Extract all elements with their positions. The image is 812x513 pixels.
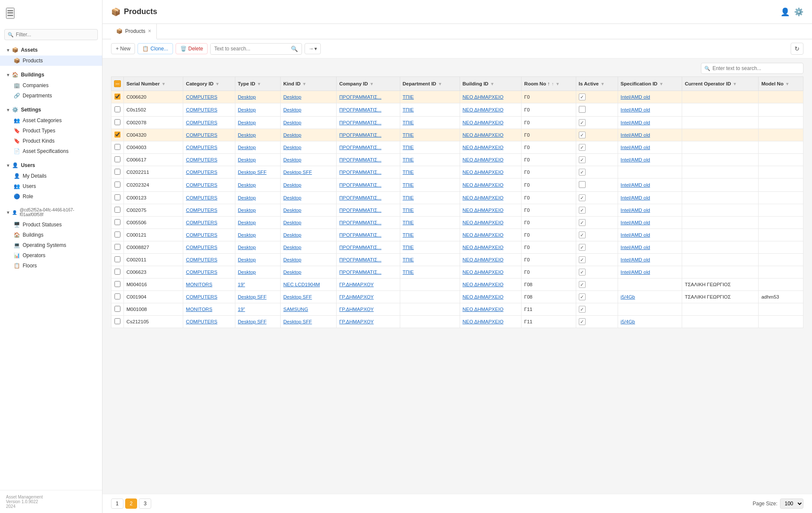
company-filter-icon[interactable]: ▼ bbox=[369, 82, 374, 86]
row-checkbox[interactable] bbox=[114, 293, 120, 299]
row-select-cell[interactable] bbox=[111, 303, 124, 316]
row-select-cell[interactable] bbox=[111, 217, 124, 229]
th-department-id[interactable]: Department ID ▼ bbox=[400, 77, 460, 91]
th-model-no[interactable]: Model No ▼ bbox=[759, 77, 803, 91]
row-checkbox[interactable] bbox=[114, 269, 120, 275]
spec-filter-icon[interactable]: ▼ bbox=[659, 82, 663, 86]
row-checkbox[interactable] bbox=[114, 106, 120, 112]
nav-group-users[interactable]: ▼ 👤 Users bbox=[0, 160, 102, 171]
nav-group-assets[interactable]: ▼ 📦 Assets bbox=[0, 44, 102, 56]
row-checkbox[interactable] bbox=[114, 207, 120, 213]
row-select-cell[interactable] bbox=[111, 192, 124, 204]
hamburger-menu[interactable]: ☰ bbox=[6, 8, 15, 19]
delete-button[interactable]: 🗑️ Delete bbox=[176, 43, 208, 54]
row-checkbox[interactable] bbox=[114, 169, 120, 175]
row-select-cell[interactable] bbox=[111, 129, 124, 141]
row-select-cell[interactable] bbox=[111, 316, 124, 328]
th-is-active[interactable]: Is Active ▼ bbox=[576, 77, 618, 91]
refresh-button[interactable]: ↻ bbox=[791, 43, 803, 55]
model-filter-icon[interactable]: ▼ bbox=[785, 82, 789, 86]
nav-group-buildings[interactable]: ▼ 🏠 Buildings bbox=[0, 69, 102, 80]
settings-button[interactable]: ⚙️ bbox=[794, 7, 803, 17]
th-serial-number[interactable]: Serial Number ▼ bbox=[124, 77, 183, 91]
sidebar-item-operating-systems[interactable]: 💻 Operating Systems bbox=[0, 240, 102, 250]
row-select-cell[interactable] bbox=[111, 291, 124, 303]
table-search-input[interactable] bbox=[701, 63, 803, 74]
row-select-cell[interactable] bbox=[111, 91, 124, 103]
row-checkbox[interactable] bbox=[114, 256, 120, 262]
active-filter-icon[interactable]: ▼ bbox=[601, 82, 605, 86]
sidebar-item-buildings[interactable]: 🏠 Buildings bbox=[0, 230, 102, 240]
row-select-cell[interactable] bbox=[111, 141, 124, 154]
row-select-cell[interactable] bbox=[111, 154, 124, 166]
room-filter-icon[interactable]: ▼ bbox=[555, 82, 560, 86]
sidebar-filter-input[interactable] bbox=[4, 29, 98, 40]
row-checkbox[interactable] bbox=[114, 306, 120, 312]
sidebar-item-floors[interactable]: 📋 Floors bbox=[0, 261, 102, 271]
row-checkbox[interactable] bbox=[114, 132, 120, 138]
sidebar-item-product-kinds[interactable]: 🔖 Product Kinds bbox=[0, 136, 102, 146]
category-filter-icon[interactable]: ▼ bbox=[215, 82, 220, 86]
page-2-button[interactable]: 2 bbox=[125, 498, 138, 509]
th-specification-id[interactable]: Specification ID ▼ bbox=[618, 77, 682, 91]
sidebar-item-products[interactable]: 📦 Products bbox=[0, 56, 102, 66]
nav-group-settings[interactable]: ▼ ⚙️ Settings bbox=[0, 104, 102, 115]
sidebar-item-product-statuses[interactable]: 🖥️ Product Statuses bbox=[0, 220, 102, 230]
row-select-cell[interactable] bbox=[111, 117, 124, 129]
row-checkbox[interactable] bbox=[114, 232, 120, 237]
row-select-cell[interactable] bbox=[111, 229, 124, 241]
row-select-cell[interactable] bbox=[111, 179, 124, 192]
row-select-cell[interactable] bbox=[111, 166, 124, 179]
sidebar-item-product-types[interactable]: 🔖 Product Types bbox=[0, 126, 102, 136]
th-building-id[interactable]: Building ID ▼ bbox=[460, 77, 522, 91]
select-all-header[interactable] bbox=[111, 77, 124, 91]
tab-close-button[interactable]: ✕ bbox=[148, 29, 151, 33]
row-checkbox[interactable] bbox=[114, 144, 120, 150]
th-type-id[interactable]: Type ID ▼ bbox=[235, 77, 280, 91]
sidebar-item-role[interactable]: 🔵 Role bbox=[0, 191, 102, 202]
row-select-cell[interactable] bbox=[111, 266, 124, 278]
row-select-cell[interactable] bbox=[111, 278, 124, 291]
row-checkbox[interactable] bbox=[114, 244, 120, 250]
row-select-cell[interactable] bbox=[111, 204, 124, 217]
type-filter-icon[interactable]: ▼ bbox=[257, 82, 261, 86]
clone-button[interactable]: 📋 Clone... bbox=[138, 43, 173, 54]
row-checkbox[interactable] bbox=[114, 194, 120, 200]
th-room-no[interactable]: Room No ↑ ↑ ▼ bbox=[522, 77, 576, 91]
th-current-operator-id[interactable]: Current Operator ID ▼ bbox=[682, 77, 759, 91]
kind-filter-icon[interactable]: ▼ bbox=[302, 82, 306, 86]
user-profile-button[interactable]: 👤 bbox=[780, 7, 790, 17]
row-select-cell[interactable] bbox=[111, 103, 124, 117]
page-3-button[interactable]: 3 bbox=[139, 498, 151, 509]
row-checkbox[interactable] bbox=[114, 318, 120, 324]
sidebar-item-asset-categories[interactable]: 👥 Asset Categories bbox=[0, 115, 102, 126]
sidebar-item-my-details[interactable]: 👤 My Details bbox=[0, 171, 102, 181]
select-all-checkbox[interactable] bbox=[114, 80, 121, 87]
toolbar-search-button[interactable]: 🔍 bbox=[287, 44, 302, 54]
th-company-id[interactable]: Company ID ▼ bbox=[337, 77, 400, 91]
dept-filter-icon[interactable]: ▼ bbox=[438, 82, 442, 86]
sidebar-item-departments[interactable]: 🔗 Departments bbox=[0, 91, 102, 101]
row-checkbox[interactable] bbox=[114, 219, 120, 225]
sidebar-item-users[interactable]: 👥 Users bbox=[0, 181, 102, 191]
toolbar-search-input[interactable] bbox=[211, 44, 287, 54]
sidebar-item-operators[interactable]: 📊 Operators bbox=[0, 250, 102, 261]
export-button[interactable]: → ▾ bbox=[305, 43, 321, 54]
row-checkbox[interactable] bbox=[114, 119, 120, 125]
row-select-cell[interactable] bbox=[111, 241, 124, 254]
page-1-button[interactable]: 1 bbox=[111, 498, 123, 509]
building-filter-icon[interactable]: ▼ bbox=[490, 82, 494, 86]
serial-filter-icon[interactable]: ▼ bbox=[161, 82, 166, 86]
tab-products[interactable]: 📦 Products ✕ bbox=[111, 24, 157, 39]
nav-group-company[interactable]: ▼ 👤 @cd52f52a-04fc-4466-b167-f01aaf00f58… bbox=[0, 205, 102, 220]
row-checkbox[interactable] bbox=[114, 281, 120, 287]
row-checkbox[interactable] bbox=[114, 182, 120, 188]
page-size-select[interactable]: 100 50 25 bbox=[780, 498, 803, 509]
row-checkbox[interactable] bbox=[114, 156, 120, 162]
room-sort-icon[interactable]: ↑ bbox=[551, 82, 554, 86]
th-category-id[interactable]: Category ID ▼ bbox=[183, 77, 235, 91]
th-kind-id[interactable]: Kind ID ▼ bbox=[281, 77, 337, 91]
operator-filter-icon[interactable]: ▼ bbox=[733, 82, 737, 86]
new-button[interactable]: + New bbox=[111, 43, 135, 54]
row-checkbox[interactable] bbox=[114, 94, 120, 100]
